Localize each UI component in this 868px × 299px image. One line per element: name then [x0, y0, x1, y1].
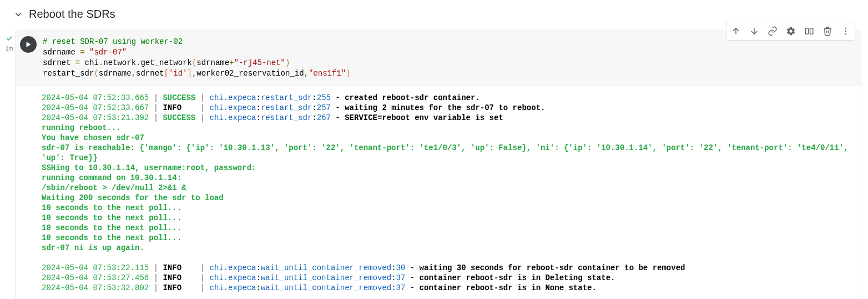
gear-icon: [786, 26, 796, 36]
link-button[interactable]: [763, 22, 781, 40]
stdout-line: 10 seconds to the next poll...: [42, 203, 854, 213]
stdout-line: running reboot...: [42, 123, 854, 133]
execution-time: 1m: [3, 46, 16, 52]
stdout-line: 10 seconds to the next poll...: [42, 213, 854, 223]
move-down-button[interactable]: [745, 22, 763, 40]
svg-point-5: [845, 31, 846, 32]
code-cell: 1m: [3, 31, 861, 299]
delete-button[interactable]: [818, 22, 836, 40]
svg-marker-7: [27, 42, 31, 47]
stdout-line: 10 seconds to the next poll...: [42, 233, 854, 243]
stdout-line: Waiting 200 seconds for the sdr to load: [42, 193, 854, 203]
arrow-up-icon: [731, 26, 741, 36]
svg-rect-3: [810, 28, 813, 34]
log-line: 2024-05-04 07:53:22.115 | INFO | chi.exp…: [42, 263, 854, 273]
stdout-line: 10 seconds to the next poll...: [42, 223, 854, 233]
cell-gutter: 1m: [3, 34, 16, 52]
arrow-down-icon: [749, 26, 759, 36]
section-title: Reboot the SDRs: [29, 8, 115, 21]
log-line: 2024-05-04 07:53:27.456 | INFO | chi.exp…: [42, 273, 854, 283]
svg-point-4: [845, 28, 846, 29]
check-icon: [6, 34, 13, 42]
stdout-line: sdr-07 ni is up again.: [42, 243, 854, 253]
log-line: 2024-05-04 07:52:33.667 | INFO | chi.exp…: [42, 103, 854, 113]
link-icon: [768, 26, 778, 36]
run-button[interactable]: [18, 34, 38, 54]
settings-button[interactable]: [781, 22, 800, 40]
stdout-line: SSHing to 10.30.1.14, username:root, pas…: [42, 163, 854, 173]
chevron-down-icon: [13, 9, 23, 19]
more-vertical-icon: [841, 26, 851, 36]
log-line: 2024-05-04 07:53:32.802 | INFO | chi.exp…: [42, 283, 854, 293]
cell-output: 2024-05-04 07:52:33.665 | SUCCESS | chi.…: [16, 86, 861, 299]
stdout-line: You have chosen sdr-07: [42, 133, 854, 143]
log-line: 2024-05-04 07:52:33.665 | SUCCESS | chi.…: [42, 93, 854, 103]
mirror-icon: [804, 26, 814, 36]
log-line: 2024-05-04 07:53:21.392 | SUCCESS | chi.…: [42, 113, 854, 123]
stdout-line: sdr-07 is reachable: {'mango': {'ip': '1…: [42, 143, 854, 163]
svg-point-6: [845, 33, 846, 34]
mirror-button[interactable]: [800, 22, 818, 40]
play-icon: [24, 41, 32, 48]
trash-icon: [822, 26, 832, 36]
stdout-line: /sbin/reboot > /dev/null 2>&1 &: [42, 183, 854, 193]
more-button[interactable]: [836, 22, 855, 40]
move-up-button[interactable]: [726, 22, 745, 40]
stdout-line: running command on 10.30.1.14:: [42, 173, 854, 183]
cell-toolbar: [726, 22, 855, 41]
svg-rect-2: [805, 28, 808, 34]
